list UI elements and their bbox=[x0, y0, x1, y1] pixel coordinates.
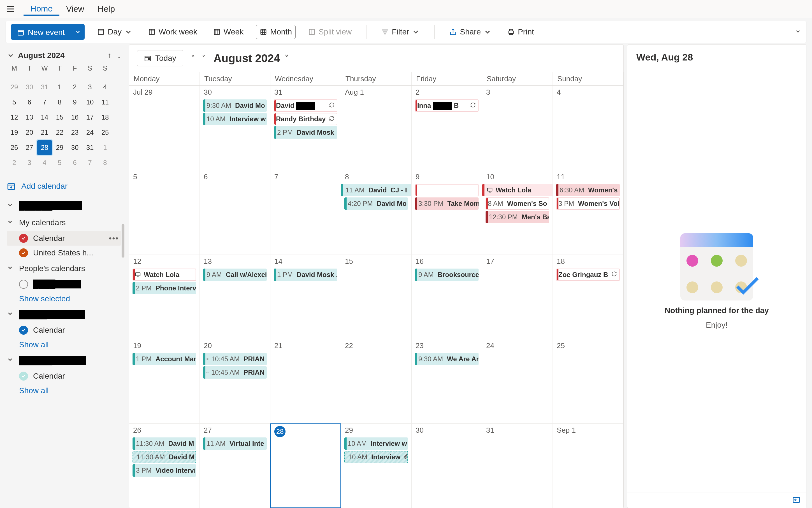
mini-day[interactable]: 20 bbox=[22, 125, 37, 140]
calendar-cell[interactable]: 2010:45 AMPRIAN10:45 AMPRIAN bbox=[200, 339, 270, 423]
calendar-color-swatch[interactable] bbox=[19, 280, 28, 289]
calendar-cell[interactable]: 169 AMBrooksource bbox=[412, 255, 482, 339]
calendar-list-item[interactable]: Calendar••• bbox=[7, 231, 121, 246]
calendar-list-item[interactable]: ████@gm... bbox=[7, 277, 121, 292]
mini-day[interactable]: 15 bbox=[52, 110, 67, 125]
mini-day[interactable]: 5 bbox=[52, 155, 67, 170]
toolbar-overflow[interactable] bbox=[795, 28, 801, 36]
mini-day[interactable]: 13 bbox=[22, 110, 37, 125]
mini-day[interactable]: 9 bbox=[67, 95, 82, 110]
calendar-cell[interactable]: 17 bbox=[482, 255, 553, 339]
mini-prev-month[interactable]: ↑ bbox=[108, 51, 112, 60]
calendar-cell[interactable]: 15 bbox=[341, 255, 412, 339]
calendar-event[interactable]: 11:30 AMDavid M bbox=[132, 437, 196, 450]
calendar-event[interactable]: 2 PMPhone Interv bbox=[132, 282, 196, 294]
mini-day[interactable]: 10 bbox=[82, 95, 97, 110]
calendar-cell[interactable]: 2711 AMVirtual Inte bbox=[200, 424, 270, 508]
account-header[interactable]: ██████@gmail... bbox=[7, 352, 121, 369]
calendar-cell[interactable]: 25 bbox=[553, 339, 623, 423]
mini-day[interactable]: 8 bbox=[52, 95, 67, 110]
calendar-event[interactable]: 9 AMCall w/Alexei bbox=[203, 268, 267, 281]
new-event-chevron[interactable] bbox=[71, 24, 85, 40]
mini-day[interactable]: 28 bbox=[37, 140, 52, 155]
filter-button[interactable]: Filter bbox=[378, 25, 423, 39]
next-month[interactable]: ˅ bbox=[202, 54, 206, 63]
calendar-cell[interactable]: 31 bbox=[482, 424, 553, 508]
mini-day[interactable]: 27 bbox=[22, 140, 37, 155]
calendar-cell[interactable]: 12Watch Lola2 PMPhone Interv bbox=[129, 255, 200, 339]
mini-day[interactable]: 6 bbox=[67, 155, 82, 170]
calendar-event[interactable]: 6:30 AMWomen's bbox=[556, 184, 620, 196]
mini-day[interactable]: 26 bbox=[7, 140, 22, 155]
mini-day[interactable]: 1 bbox=[97, 140, 113, 155]
calendar-event[interactable]: 1 PMDavid Mosk . bbox=[274, 268, 337, 281]
calendar-event[interactable]: Zoe Gringauz B bbox=[556, 268, 620, 281]
calendar-event[interactable]: 10 AMInterview w bbox=[344, 437, 408, 450]
calendar-cell[interactable]: Sep 1 bbox=[553, 424, 623, 508]
view-day[interactable]: Day bbox=[93, 25, 136, 39]
calendar-cell[interactable]: 22 bbox=[341, 339, 412, 423]
mini-day[interactable]: 31 bbox=[82, 140, 97, 155]
calendar-cell[interactable]: 116:30 AMWomen's3 PMWomen's Vol bbox=[553, 170, 623, 255]
mini-day[interactable]: 30 bbox=[67, 140, 82, 155]
scrollbar-thumb[interactable] bbox=[122, 224, 124, 258]
calendar-cell[interactable]: 141 PMDavid Mosk . bbox=[270, 255, 341, 339]
calendar-event[interactable]: 3 PMWomen's Vol bbox=[556, 198, 620, 210]
calendar-event[interactable]: 11 AMVirtual Inte bbox=[203, 437, 267, 450]
show-all-link[interactable]: Show all bbox=[7, 337, 121, 352]
mini-day[interactable]: 2 bbox=[7, 155, 22, 170]
calendar-cell[interactable]: 21 bbox=[270, 339, 341, 423]
calendar-cell[interactable]: 31David ████Randy Birthday2 PMDavid Mosk bbox=[270, 86, 341, 170]
mini-day[interactable]: 29 bbox=[7, 80, 22, 95]
mini-day[interactable]: 6 bbox=[22, 95, 37, 110]
calendar-event[interactable] bbox=[415, 184, 479, 196]
calendar-event[interactable]: Watch Lola bbox=[132, 268, 196, 281]
mini-day[interactable]: 31 bbox=[37, 80, 52, 95]
mini-day[interactable]: 30 bbox=[22, 80, 37, 95]
mini-day[interactable]: 7 bbox=[82, 155, 97, 170]
calendar-event[interactable]: 3 PMVideo Intervi bbox=[132, 464, 196, 477]
mini-next-month[interactable]: ↓ bbox=[117, 51, 121, 60]
mini-day[interactable]: 24 bbox=[82, 125, 97, 140]
mini-day[interactable]: 12 bbox=[7, 110, 22, 125]
calendar-cell[interactable]: 6 bbox=[200, 170, 270, 255]
calendar-cell[interactable]: 24 bbox=[482, 339, 553, 423]
mini-day[interactable]: 5 bbox=[7, 95, 22, 110]
new-event-button[interactable]: New event bbox=[11, 24, 85, 40]
mini-day[interactable]: 4 bbox=[37, 155, 52, 170]
calendar-cell[interactable]: Aug 1 bbox=[341, 86, 412, 170]
view-week[interactable]: Week bbox=[210, 25, 247, 39]
mini-day[interactable]: 21 bbox=[37, 125, 52, 140]
mini-day[interactable]: 16 bbox=[67, 110, 82, 125]
mini-day[interactable]: 3 bbox=[82, 80, 97, 95]
add-calendar[interactable]: Add calendar bbox=[7, 182, 121, 191]
print-button[interactable]: Print bbox=[504, 25, 537, 39]
mini-day[interactable]: 14 bbox=[37, 110, 52, 125]
calendar-event[interactable]: 9 AMBrooksource bbox=[415, 268, 479, 281]
calendar-event[interactable]: Randy Birthday bbox=[274, 113, 337, 125]
calendar-cell[interactable]: 5 bbox=[129, 170, 200, 255]
calendar-cell[interactable]: 93:30 PMTake Mom bbox=[412, 170, 482, 255]
calendar-list-item[interactable]: Calendar bbox=[7, 369, 121, 383]
calendar-group-header[interactable]: People's calendars bbox=[7, 260, 121, 277]
view-month[interactable]: Month bbox=[256, 25, 296, 39]
calendar-color-swatch[interactable] bbox=[19, 372, 28, 381]
calendar-cell[interactable]: 811 AMDavid_CJ - I4:20 PMDavid Mo bbox=[341, 170, 412, 255]
calendar-event[interactable]: Watch Lola bbox=[482, 184, 553, 196]
calendar-event[interactable]: 9:30 AMDavid Mo bbox=[203, 99, 267, 112]
mini-day[interactable]: 18 bbox=[97, 110, 113, 125]
calendar-event[interactable]: 8 AMWomen's So bbox=[486, 198, 549, 210]
mini-day[interactable]: 4 bbox=[97, 80, 113, 95]
calendar-cell[interactable]: 239:30 AMWe Are An bbox=[412, 339, 482, 423]
calendar-event[interactable]: 9:30 AMWe Are An bbox=[415, 353, 479, 365]
mini-day[interactable]: 8 bbox=[97, 155, 113, 170]
show-selected-link[interactable]: Show selected bbox=[7, 292, 121, 306]
mini-day[interactable]: 17 bbox=[82, 110, 97, 125]
calendar-cell[interactable]: 139 AMCall w/Alexei bbox=[200, 255, 270, 339]
more-icon[interactable]: ••• bbox=[109, 234, 121, 243]
chevron-down-icon[interactable] bbox=[7, 51, 14, 59]
mini-day[interactable]: 25 bbox=[97, 125, 113, 140]
mini-day[interactable]: 7 bbox=[37, 95, 52, 110]
calendar-cell[interactable]: 191 PMAccount Man bbox=[129, 339, 200, 423]
share-button[interactable]: Share bbox=[446, 25, 495, 39]
